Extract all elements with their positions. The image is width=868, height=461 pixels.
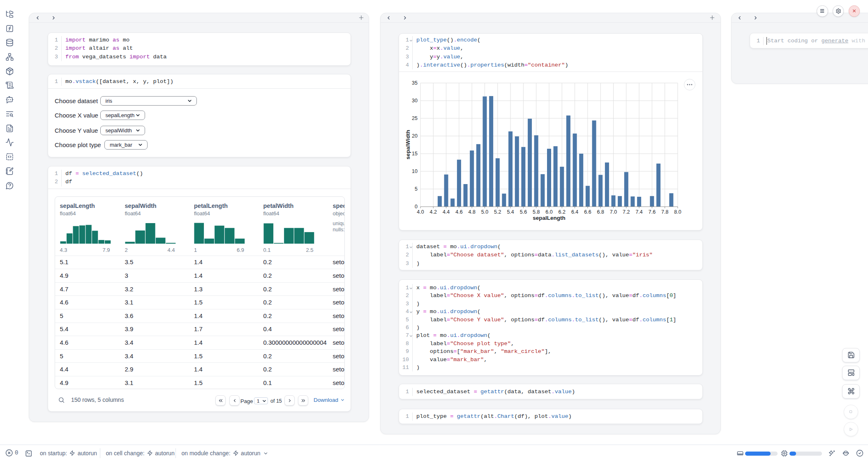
svg-text:4.6: 4.6 xyxy=(455,209,462,215)
svg-text:10: 10 xyxy=(412,168,418,174)
svg-text:35: 35 xyxy=(412,80,418,86)
svg-text:7.2: 7.2 xyxy=(623,209,630,215)
svg-text:0: 0 xyxy=(415,204,418,210)
svg-text:6.6: 6.6 xyxy=(584,209,591,215)
svg-text:7.4: 7.4 xyxy=(635,209,642,215)
svg-text:7.0: 7.0 xyxy=(610,209,617,215)
svg-text:7.6: 7.6 xyxy=(649,209,656,215)
svg-text:4.2: 4.2 xyxy=(430,209,437,215)
svg-text:5.4: 5.4 xyxy=(507,209,514,215)
svg-text:5.6: 5.6 xyxy=(520,209,527,215)
svg-text:6.2: 6.2 xyxy=(559,209,566,215)
svg-text:5.2: 5.2 xyxy=(494,209,501,215)
svg-text:7.8: 7.8 xyxy=(661,209,668,215)
svg-text:8.0: 8.0 xyxy=(674,209,681,215)
svg-text:sepalLength: sepalLength xyxy=(533,215,566,221)
svg-text:30: 30 xyxy=(412,98,418,104)
svg-text:5.0: 5.0 xyxy=(481,209,488,215)
svg-text:6.4: 6.4 xyxy=(571,209,578,215)
svg-text:sepalWidth: sepalWidth xyxy=(405,130,411,159)
svg-text:20: 20 xyxy=(412,133,418,139)
svg-text:6.0: 6.0 xyxy=(545,209,552,215)
svg-text:25: 25 xyxy=(412,115,418,121)
svg-text:4.4: 4.4 xyxy=(443,209,450,215)
svg-text:15: 15 xyxy=(412,151,418,157)
svg-text:5: 5 xyxy=(415,186,418,192)
svg-text:6.8: 6.8 xyxy=(597,209,604,215)
svg-text:4.0: 4.0 xyxy=(417,209,424,215)
svg-text:5.8: 5.8 xyxy=(533,209,540,215)
svg-text:4.8: 4.8 xyxy=(469,209,476,215)
